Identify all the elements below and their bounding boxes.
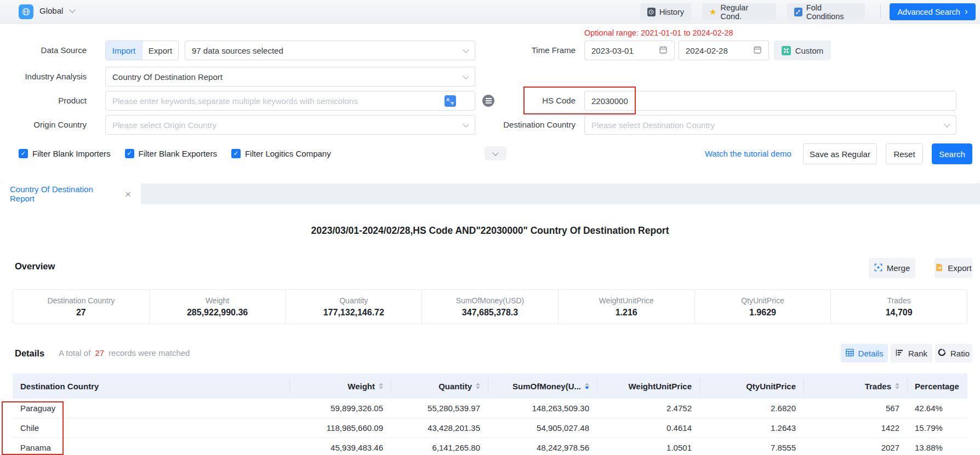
fold-conditions-button[interactable]: Fold Conditions	[787, 3, 865, 20]
col-destination-country: Destination Country	[13, 373, 289, 399]
match-suffix: records were matched	[109, 348, 190, 358]
end-date-input[interactable]: 2024-02-28	[679, 41, 769, 60]
stat-trades: Trades 14,709	[830, 290, 967, 324]
cell-weight-unit-price: 1.0501	[597, 443, 699, 452]
origin-country-label: Origin Country	[0, 115, 87, 135]
overview-stats-bar: Destination Country 27 Weight 285,922,99…	[13, 289, 967, 324]
chevron-down-icon	[492, 149, 498, 155]
col-weight[interactable]: Weight	[289, 373, 391, 399]
cell-trades: 567	[804, 404, 907, 413]
filter-logistics-company-checkbox[interactable]: ✓ Filter Logitics Company	[231, 149, 331, 158]
cell-percentage: 42.64%	[907, 404, 967, 413]
hs-code-input[interactable]	[591, 96, 949, 106]
filter-blank-importers-checkbox[interactable]: ✓ Filter Blank Importers	[19, 149, 111, 158]
data-sources-value: 97 data sources selected	[192, 46, 283, 55]
import-export-segmented: Import Export	[105, 41, 179, 60]
cell-country[interactable]: Chile	[13, 423, 289, 433]
stat-sum-of-money: SumOfMoney(USD) 347,685,378.3	[421, 290, 558, 324]
sort-carets-icon	[585, 383, 589, 389]
reset-button[interactable]: Reset	[886, 143, 923, 164]
cell-weight-unit-price: 0.4614	[597, 423, 699, 433]
history-button[interactable]: History	[640, 3, 691, 20]
cell-trades: 1422	[804, 423, 907, 433]
origin-country-select[interactable]	[105, 115, 475, 135]
col-quantity[interactable]: Quantity	[391, 373, 488, 399]
optional-range-text: Optional range: 2021-01-01 to 2024-02-28	[584, 28, 733, 37]
tutorial-link[interactable]: Watch the tutorial demo	[705, 143, 791, 164]
stat-value: 14,709	[886, 308, 913, 318]
report-content: 2023/03/01-2024/02/28,HS Code AND"220300…	[0, 204, 980, 455]
stat-destination-country: Destination Country 27	[13, 290, 149, 324]
globe-icon[interactable]	[19, 4, 33, 19]
regular-cond-button[interactable]: ★ Regular Cond.	[702, 3, 776, 20]
match-count: 27	[95, 348, 104, 358]
export-button[interactable]: Export	[935, 258, 972, 278]
table-row-paraguay[interactable]: Paraguay 59,899,326.05 55,280,539.97 148…	[13, 399, 967, 418]
chevron-down-icon	[463, 121, 469, 127]
view-details-button[interactable]: Details	[841, 344, 888, 362]
product-keywords-input[interactable]	[112, 96, 441, 106]
destination-country-input[interactable]	[591, 120, 945, 130]
stat-label: SumOfMoney(USD)	[456, 296, 524, 305]
custom-icon	[782, 46, 791, 55]
report-title: 2023/03/01-2024/02/28,HS Code AND"220300…	[0, 225, 980, 237]
rank-icon	[896, 349, 904, 358]
time-frame-label: Time Frame	[493, 41, 576, 60]
save-as-regular-button[interactable]: Save as Regular	[803, 143, 877, 164]
collapse-conditions-button[interactable]	[485, 146, 506, 160]
close-icon[interactable]: ×	[125, 189, 131, 199]
col-sum-of-money[interactable]: SumOfMoney(U...	[488, 373, 597, 399]
details-table-icon	[846, 349, 854, 358]
chevron-right-icon: ›	[965, 7, 968, 16]
merge-icon	[874, 263, 882, 273]
view-rank-label: Rank	[908, 349, 927, 358]
cell-qty-unit-price: 7.8555	[699, 443, 804, 452]
product-keywords-field[interactable]: A	[105, 91, 475, 111]
advanced-search-button[interactable]: Advanced Search ›	[890, 3, 976, 20]
industry-analysis-select[interactable]: Country Of Destination Report	[105, 67, 475, 87]
svg-text:A: A	[446, 97, 450, 102]
start-date-input[interactable]: 2023-03-01	[584, 41, 675, 60]
stat-label: Trades	[887, 296, 911, 305]
cell-country[interactable]: Paraguay	[13, 404, 289, 413]
table-row-chile[interactable]: Chile 118,985,660.09 43,428,201.35 54,90…	[13, 418, 967, 438]
filter-logistics-company-label: Filter Logitics Company	[245, 149, 331, 158]
translate-icon[interactable]: A	[445, 95, 456, 107]
col-weight-unit-price: WeightUnitPrice	[597, 373, 699, 399]
view-ratio-button[interactable]: Ratio	[935, 344, 972, 362]
origin-country-input[interactable]	[112, 120, 464, 130]
cell-sum-of-money: 148,263,509.30	[488, 404, 597, 413]
export-tab[interactable]: Export	[142, 41, 178, 60]
checkbox-check-icon: ✓	[19, 149, 28, 158]
cell-quantity: 55,280,539.97	[391, 404, 488, 413]
data-sources-select[interactable]: 97 data sources selected	[185, 41, 475, 60]
checkbox-check-icon: ✓	[125, 149, 134, 158]
chevron-down-icon[interactable]	[69, 7, 75, 13]
cell-trades: 2027	[804, 443, 907, 452]
stat-value: 177,132,146.72	[323, 308, 384, 318]
merge-button[interactable]: Merge	[869, 258, 915, 278]
view-rank-button[interactable]: Rank	[891, 344, 932, 362]
search-filter-panel: Optional range: 2021-01-01 to 2024-02-28…	[0, 24, 980, 183]
destination-country-select[interactable]	[584, 115, 956, 135]
stat-label: Destination Country	[47, 296, 115, 305]
col-trades[interactable]: Trades	[804, 373, 907, 399]
cell-sum-of-money: 54,905,027.48	[488, 423, 597, 433]
export-label: Export	[948, 263, 971, 273]
cell-weight: 59,899,326.05	[289, 404, 391, 413]
hs-code-field[interactable]	[584, 91, 956, 111]
search-button[interactable]: Search	[932, 143, 972, 164]
cell-country[interactable]: Panama	[13, 443, 289, 452]
history-icon	[647, 8, 656, 16]
keyword-mode-icon[interactable]	[482, 95, 494, 107]
table-row-panama[interactable]: Panama 45,939,483.46 6,141,265.80 48,242…	[13, 438, 967, 455]
filter-blank-exporters-checkbox[interactable]: ✓ Filter Blank Exporters	[125, 149, 217, 158]
details-heading: Details	[15, 348, 44, 359]
custom-range-button[interactable]: Custom	[774, 41, 831, 60]
import-tab[interactable]: Import	[106, 41, 142, 60]
cell-weight: 118,985,660.09	[289, 423, 391, 433]
end-date-value: 2024-02-28	[686, 46, 728, 55]
tab-country-of-destination-report[interactable]: Country Of Destination Report ×	[0, 183, 141, 204]
stat-label: WeightUnitPrice	[599, 296, 654, 305]
region-selector-label[interactable]: Global	[39, 6, 63, 15]
